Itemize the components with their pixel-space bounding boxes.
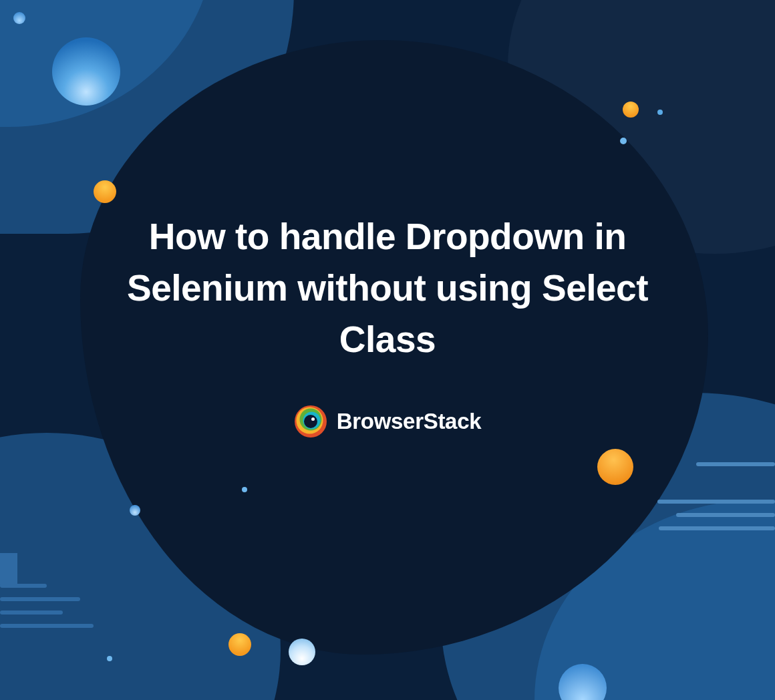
decorative-circle — [107, 656, 112, 661]
decorative-lines — [648, 462, 775, 540]
decorative-circle — [620, 138, 627, 144]
svg-point-5 — [311, 417, 315, 421]
decorative-lines — [0, 584, 106, 637]
brand-name: BrowserStack — [337, 409, 482, 434]
decorative-circle — [289, 639, 315, 665]
decorative-circle — [242, 487, 247, 492]
decorative-square — [0, 553, 17, 586]
decorative-circle — [228, 633, 251, 656]
decorative-circle — [94, 180, 116, 203]
page-title: How to handle Dropdown in Selenium witho… — [0, 211, 775, 365]
decorative-circle — [13, 12, 25, 24]
brand-row: BrowserStack — [0, 405, 775, 438]
decorative-circle — [623, 102, 639, 118]
decorative-circle — [130, 505, 140, 516]
decorative-circle — [52, 37, 120, 106]
svg-point-4 — [304, 415, 317, 428]
hero-graphic: How to handle Dropdown in Selenium witho… — [0, 0, 775, 700]
decorative-circle — [657, 110, 663, 115]
decorative-circle — [597, 449, 633, 485]
browserstack-logo-icon — [294, 405, 327, 438]
